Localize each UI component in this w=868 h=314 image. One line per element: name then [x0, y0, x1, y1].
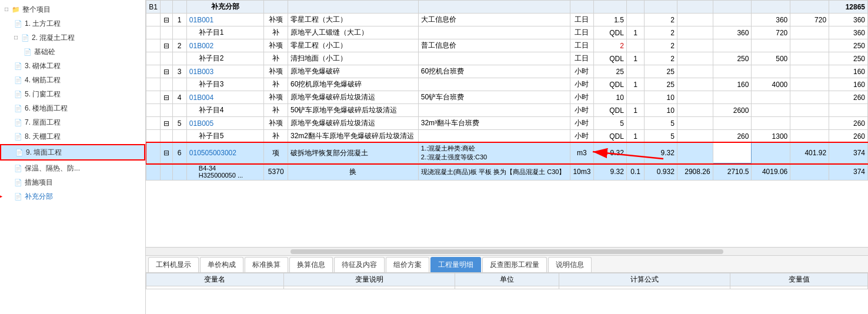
sidebar-item-root[interactable]: □ 📁 整个项目	[0, 2, 145, 16]
sidebar-label-8: 8. 天棚工程	[25, 131, 61, 142]
cell-qty: 25	[594, 65, 627, 78]
table-row[interactable]: ⊟ 5 01B005 补项 原地平免爆破碎后垃圾清运 32m³翻斗车台班费 小时…	[146, 117, 868, 130]
sidebar-item-5[interactable]: 📄 5. 门窗工程	[0, 87, 145, 101]
sidebar-link-12[interactable]: 补充分部	[25, 191, 53, 202]
cell-code: 补子目2	[186, 52, 264, 65]
cell-c7: 160	[829, 78, 868, 91]
col-feature	[418, 1, 570, 14]
table-row[interactable]: ⊟ 3 01B003 补项 原地平免爆破碎 60挖机台班费 小时 25 25	[146, 65, 868, 78]
tab-daizhengJiNeirong[interactable]: 待征及内容	[334, 257, 385, 272]
file-icon-4: 📄	[14, 74, 22, 86]
bottom-table-area[interactable]: 变量名 变量说明 单位 计算公式 变量值	[146, 273, 868, 313]
cell-num	[172, 130, 186, 143]
file-icon-9: 📄	[15, 146, 24, 158]
cell-empty	[146, 286, 284, 289]
table-row[interactable]: 补子目5 补 32m2翻斗车原地平免爆破碎后垃圾清运 小时 QDL 1 5 26…	[146, 130, 868, 143]
tab-gongchengliang-mingxi[interactable]: 工程量明细	[430, 257, 481, 272]
bottom-table-row	[146, 286, 868, 289]
cell-type: 补	[264, 52, 288, 65]
tab-fancha-tuxing[interactable]: 反查图形工程量	[482, 257, 547, 272]
table-row[interactable]: 补子目1 补 原地平人工锻缝（大工） 工日 QDL 1 2 360 720 36…	[146, 26, 868, 39]
cell-c2: 25	[645, 65, 677, 78]
expand-icon-2[interactable]: □	[14, 32, 18, 44]
sidebar-item-4[interactable]: 📄 4. 钢筋工程	[0, 73, 145, 87]
table-row[interactable]: 补子目2 补 清扫地面（小工） 工日 QDL 1 2 250 500 250	[146, 52, 868, 65]
table-area[interactable]: B1 补充分部	[146, 0, 868, 247]
cell-name: 清扫地面（小工）	[288, 52, 418, 65]
table-row[interactable]: ⊟ 1 01B001 补项 零星工程（大工） 大工信息价 工日 1.5 2 36…	[146, 14, 868, 26]
sidebar-item-7[interactable]: 📄 7. 屋面工程	[0, 115, 145, 129]
cell-type: 补项	[264, 65, 288, 78]
cell-type: 补项	[264, 14, 288, 26]
tab-shuoming-xinxi[interactable]: 说明信息	[548, 257, 592, 272]
sidebar-item-6[interactable]: 📄 6. 楼地面工程	[0, 101, 145, 115]
cell-c2: 2	[645, 39, 677, 52]
file-icon-10: 📄	[14, 162, 22, 174]
cell-c4: 160	[713, 78, 752, 91]
cell-feature: 50铲车台班费	[418, 91, 570, 104]
sidebar-item-12[interactable]: 📄 补充分部 ➤	[0, 189, 145, 203]
tab-biaozhunHuansuan[interactable]: 标准换算	[245, 257, 288, 272]
sidebar-item-1[interactable]: 📄 1. 土方工程	[0, 16, 145, 31]
table-row-6[interactable]: ⊟ 6 010505003002 项 破拆地坪恢复部分混凝土 1.:混凝土种类:…	[146, 143, 868, 163]
table-row[interactable]: 补子目4 补 50铲车原地平免爆破碎后垃圾清运 小时 QDL 1 10 2600	[146, 104, 868, 117]
cell-expand: ⊟	[161, 14, 172, 26]
cell-name: 零星工程（大工）	[288, 14, 418, 26]
tab-danjiaGoucheng[interactable]: 单价构成	[200, 257, 243, 272]
cell-type: 补项	[264, 91, 288, 104]
cell-b1	[146, 78, 161, 91]
cell-b1	[146, 26, 161, 39]
table-row[interactable]: ⊟ 4 01B004 补项 原地平免爆破碎后垃圾清运 50铲车台班费 小时 10…	[146, 91, 868, 104]
cell-num	[172, 163, 186, 181]
cell-c6	[790, 26, 829, 39]
cell-c2: 2	[645, 14, 677, 26]
cell-c1: 1	[626, 26, 644, 39]
table-row-6b[interactable]: B4-34H325000050 ... 5370 换 现浇混凝土(商品)板 平板…	[146, 163, 868, 181]
count-display: 12865	[846, 3, 865, 11]
sidebar-item-10[interactable]: 📄 保温、隔热、防...	[0, 161, 145, 175]
sidebar-item-2a[interactable]: 📄 基础砼	[0, 45, 145, 59]
tab-zujiafangan[interactable]: 组价方案	[386, 257, 429, 272]
table-row[interactable]: ⊟ 2 01B002 补项 零星工程（小工） 普工信息价 工日 2 2	[146, 39, 868, 52]
cell-c1: 1	[626, 130, 644, 143]
sidebar-item-8[interactable]: 📄 8. 天棚工程	[0, 129, 145, 143]
content-area: B1 补充分部	[146, 0, 868, 314]
cell-feature: 60挖机台班费	[418, 65, 570, 78]
cell-unit: 小时	[570, 91, 594, 104]
col-bianliang-value: 变量值	[730, 273, 868, 286]
cell-c4: 260	[713, 130, 752, 143]
expand-icon[interactable]: □	[5, 4, 8, 15]
cell-c5	[752, 39, 790, 52]
sidebar-item-2[interactable]: □ 📄 2. 混凝土工程	[0, 31, 145, 45]
cell-code: 补子目4	[186, 104, 264, 117]
horizontal-scrollbar[interactable]	[146, 247, 868, 255]
cell-qty: 9.32	[594, 143, 627, 163]
cell-b1	[146, 143, 161, 163]
sidebar-item-11[interactable]: 📄 措施项目	[0, 175, 145, 189]
cell-expand	[161, 78, 172, 91]
cell-unit: 工日	[570, 52, 594, 65]
sidebar-label-7: 7. 屋面工程	[25, 116, 61, 128]
file-icon-2a: 📄	[24, 46, 32, 58]
cell-num: 2	[172, 39, 186, 52]
col-bianliang-unit: 单位	[455, 273, 559, 286]
main-container: □ 📁 整个项目 📄 1. 土方工程 □ 📄 2. 混凝土工程 📄 基础砼 📄 …	[0, 0, 868, 314]
table-row[interactable]: 补子目3 补 60挖机原地平免爆破碎 小时 QDL 1 25 160 4000 …	[146, 78, 868, 91]
cell-feature	[418, 104, 570, 117]
file-icon: 📄	[14, 18, 22, 29]
cell-c2: 5	[645, 117, 677, 130]
cell-code: 01B001	[186, 14, 264, 26]
cell-b1	[146, 65, 161, 78]
cell-c4: 360	[713, 26, 752, 39]
sidebar-item-9[interactable]: 📄 9. 墙面工程	[0, 144, 145, 161]
tab-gongliaojiDisplay[interactable]: 工料机显示	[148, 257, 199, 272]
tab-huansuanXinxi[interactable]: 换算信息	[289, 257, 333, 272]
cell-name: 32m2翻斗车原地平免爆破碎后垃圾清运	[288, 130, 418, 143]
cell-c4[interactable]	[713, 143, 752, 163]
col-num	[172, 1, 186, 14]
cell-b1	[146, 52, 161, 65]
cell-c1	[626, 65, 644, 78]
sidebar-item-3[interactable]: 📄 3. 砌体工程	[0, 59, 145, 73]
arrow-indicator: ➤	[0, 191, 3, 202]
col-c7: 12865	[829, 1, 868, 14]
